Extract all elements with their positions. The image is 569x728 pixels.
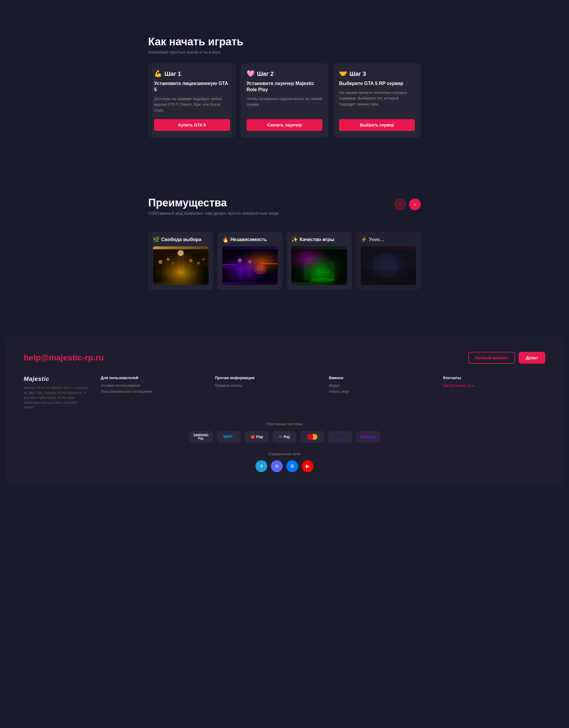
svg-point-23	[248, 260, 251, 263]
payment-yoomoney: ЮMoney	[356, 431, 380, 443]
svg-point-21	[238, 258, 242, 262]
how-to-title: Как начать играть	[148, 36, 421, 48]
step1-label: Шаг 1	[164, 70, 181, 77]
footer-col-users-title: Для пользователей	[101, 376, 203, 380]
googlepay-text: G	[279, 435, 282, 439]
footer-link-payment-rules[interactable]: Правила оплаты	[215, 384, 317, 388]
svg-point-4	[172, 262, 174, 264]
payment-visa: VISA	[329, 431, 352, 443]
svg-rect-35	[326, 264, 332, 270]
carousel-next-button[interactable]: ›	[409, 198, 421, 210]
footer-col-contacts-title: Контакты	[443, 376, 545, 380]
svg-rect-19	[260, 263, 278, 264]
applepay-text: 🍎 Pay	[250, 434, 263, 439]
buy-gta5-button[interactable]: Купить GTA 5	[154, 119, 230, 131]
svg-point-3	[166, 258, 169, 261]
social-vk-button[interactable]: В	[286, 460, 298, 472]
svg-rect-26	[222, 249, 278, 282]
adv-card-freedom: 🌿 Свобода выбора	[148, 232, 213, 290]
svg-rect-20	[237, 262, 242, 277]
social-discord-button[interactable]: ⚙	[271, 460, 283, 472]
unique-emoji: ⚡	[361, 236, 367, 243]
carousel-nav: ‹ ›	[394, 197, 421, 210]
svg-rect-0	[153, 249, 209, 282]
donat-button[interactable]: Донат	[519, 352, 545, 364]
step1-header: 💪 Шаг 1	[154, 70, 230, 78]
step3-title: Выберите GTA 5 RP сервер	[339, 81, 415, 87]
advantages-subtitle: Собственный мод позволяет нам делать про…	[148, 211, 278, 216]
step1-desc: Для игры на сервере подойдет любая верси…	[154, 96, 230, 113]
footer-brand: Majestic Majestic RP is not affiliated w…	[24, 376, 89, 410]
step1-title: Установите лицензионную GTA 5	[154, 81, 230, 93]
social-youtube-button[interactable]: ▶	[302, 460, 314, 472]
step2-desc: Чтобы мгновенно подключаться на любой се…	[246, 96, 323, 113]
social-telegram-button[interactable]: ✈	[255, 460, 267, 472]
adv-card-independence-header: 🔥 Независимость	[222, 236, 278, 243]
mc-circle1	[307, 434, 313, 440]
discord-icon: ⚙	[275, 464, 279, 469]
svg-rect-12	[177, 254, 185, 275]
advantages-title: Преимущества	[148, 197, 278, 209]
advantages-cards: 🌿 Свобода выбора	[148, 232, 421, 290]
step1-emoji: 💪	[154, 70, 162, 78]
footer-brand-name: Majestic	[24, 376, 89, 382]
footer-top: help@majestic-rp.ru Личный кабинет Донат	[24, 352, 545, 364]
social-icons: ✈ ⚙ В ▶	[24, 460, 545, 472]
step2-emoji: 🩷	[246, 70, 254, 78]
footer-link-forum[interactable]: Форум	[329, 384, 431, 388]
adv-card-freedom-header: 🌿 Свобода выбора	[153, 236, 209, 243]
footer-col-users: Для пользователей Условия использования …	[101, 376, 203, 395]
svg-rect-17	[222, 264, 237, 265]
svg-rect-31	[312, 272, 334, 280]
freedom-image	[153, 246, 209, 285]
payment-samsung: SAMSUNGPay	[189, 431, 213, 443]
footer-link-terms[interactable]: Условия использования	[101, 384, 203, 388]
steps-grid: 💪 Шаг 1 Установите лицензионную GTA 5 Дл…	[148, 63, 421, 137]
svg-point-6	[197, 262, 200, 264]
svg-rect-38	[361, 249, 416, 282]
carousel-prev-button[interactable]: ‹	[394, 198, 406, 210]
independence-label: Независимость	[230, 237, 267, 242]
payment-mir: МИР™	[217, 431, 240, 443]
personal-cabinet-button[interactable]: Личный кабинет	[468, 352, 515, 364]
svg-point-33	[310, 278, 336, 282]
yoomoney-text: ЮMoney	[361, 435, 376, 439]
svg-rect-42	[361, 270, 416, 282]
unique-image	[361, 246, 416, 285]
quality-image	[291, 246, 347, 285]
payment-icons: SAMSUNGPay МИР™ 🍎 Pay GPay VISA ЮMoney	[24, 431, 545, 443]
samsung-text: SAMSUNGPay	[193, 434, 208, 440]
step-card-3: 🤝 Шаг 3 Выберите GTA 5 RP сервер На наше…	[333, 63, 421, 137]
footer-link-agreement[interactable]: Пользовательское соглашение	[101, 389, 203, 394]
svg-rect-27	[222, 249, 278, 282]
svg-rect-29	[304, 262, 334, 280]
download-launcher-button[interactable]: Скачать лаунчер	[246, 119, 323, 131]
adv-card-unique-header: ⚡ Уник…	[361, 236, 416, 243]
svg-rect-39	[382, 257, 388, 275]
svg-point-2	[158, 260, 163, 264]
footer-top-buttons: Личный кабинет Донат	[468, 352, 545, 364]
payment-googlepay: GPay	[272, 431, 297, 443]
footer: help@majestic-rp.ru Личный кабинет Донат…	[6, 337, 563, 484]
step3-emoji: 🤝	[339, 70, 347, 78]
svg-rect-37	[291, 249, 347, 282]
mir-text: МИР™	[223, 434, 234, 439]
svg-point-10	[161, 264, 165, 277]
footer-col-contacts: Контакты help@majestic-rp.ru	[443, 376, 545, 389]
adv-card-independence: 🔥 Независимость	[217, 232, 283, 290]
svg-rect-34	[307, 264, 313, 270]
vk-icon: В	[291, 464, 294, 469]
step3-label: Шаг 3	[350, 70, 366, 77]
payment-title: Платёжные системы	[24, 422, 545, 426]
footer-contact-email[interactable]: help@majestic-rp.ru	[443, 384, 545, 388]
payment-applepay: 🍎 Pay	[245, 431, 268, 443]
svg-rect-8	[153, 267, 209, 282]
footer-link-start-game[interactable]: Начать игру	[329, 389, 431, 394]
independence-image	[222, 246, 278, 285]
footer-brand-desc: Majestic RP is not affiliated with or en…	[24, 385, 89, 410]
choose-server-button[interactable]: Выбрать сервер	[339, 119, 415, 131]
step-card-2: 🩷 Шаг 2 Установите лаунчер Majestic Role…	[240, 63, 329, 137]
svg-point-13	[178, 250, 184, 256]
payment-section: Платёжные системы SAMSUNGPay МИР™ 🍎 Pay …	[24, 422, 545, 443]
telegram-icon: ✈	[259, 463, 263, 469]
